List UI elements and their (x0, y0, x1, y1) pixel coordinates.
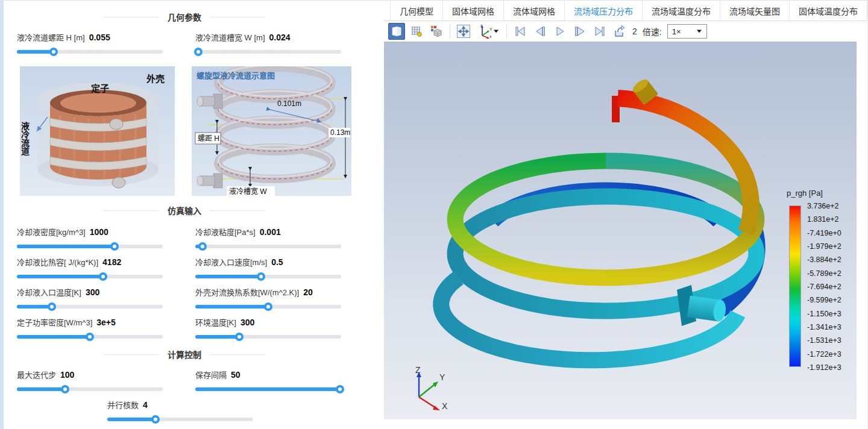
play-button[interactable] (552, 23, 568, 40)
tab-3[interactable]: 流场域压力分布 (565, 1, 643, 20)
param-value: 300 (241, 318, 254, 327)
app-root: { "left_panel": { "sections": { "geometr… (0, 0, 868, 429)
section-title: 仿真输入 (168, 204, 201, 216)
tab-2[interactable]: 流体域网格 (504, 1, 565, 20)
slider-thumb[interactable] (99, 272, 107, 281)
legend-tick: -1.341e+3 (807, 323, 841, 331)
skip-start-button[interactable] (512, 23, 529, 40)
section-geometry: 几何参数 (4, 11, 365, 23)
param-slider[interactable] (195, 302, 341, 311)
param-slider[interactable] (195, 333, 341, 341)
param-row: 外壳对流换热系数[W/(m^2.K)]20 (195, 286, 341, 311)
param-label: 液冷流道槽宽 W [m]0.024 (195, 31, 341, 43)
slider-thumb[interactable] (198, 242, 207, 251)
slider-thumb[interactable] (194, 48, 203, 56)
param-row: 环境温度[K]300 (195, 316, 341, 341)
slider-thumb[interactable] (49, 48, 58, 56)
slider-thumb[interactable] (336, 385, 344, 393)
step-back-icon (533, 25, 547, 38)
replay-button[interactable] (611, 23, 628, 40)
param-label: 环境温度[K]300 (195, 316, 341, 328)
axes-orientation-button[interactable]: z Y x (475, 23, 502, 40)
param-slider[interactable] (195, 48, 341, 56)
param-value: 0.001 (260, 227, 281, 237)
param-slider[interactable] (195, 385, 341, 393)
param-value: 4 (143, 400, 148, 410)
param-slider[interactable] (17, 242, 163, 251)
slider-thumb[interactable] (86, 333, 94, 341)
param-slider[interactable] (17, 272, 163, 281)
param-slider[interactable] (107, 415, 253, 424)
slider-thumb[interactable] (48, 302, 56, 311)
calculation-sliders: 最大迭代步100保存间隔50 (4, 369, 384, 399)
param-row: 定子功率密度[W/m^3]3e+5 (17, 316, 163, 341)
param-label: 液冷流道螺距 H [m]0.055 (17, 31, 163, 43)
shell-label: 外壳 (146, 74, 165, 84)
schematic-title: 螺旋型液冷流道示意图 (197, 71, 275, 80)
play-icon (553, 25, 567, 38)
param-value: 4182 (102, 257, 121, 267)
param-value: 3e+5 (96, 318, 116, 327)
param-value: 0.5 (271, 257, 283, 267)
result-tabbar: 几何模型固体域网格流体域网格流场域压力分布流场域温度分布流场域矢量图固体域温度分… (384, 1, 867, 21)
colored-mesh-button[interactable] (428, 23, 445, 40)
param-row: 冷却液入口温度[K]300 (17, 286, 163, 311)
result-panel: 几何模型固体域网格流体域网格流场域压力分布流场域温度分布流场域矢量图固体域温度分… (384, 1, 868, 429)
slider-thumb[interactable] (235, 333, 244, 341)
speed-label: 倍速: (643, 25, 662, 37)
tab-0[interactable]: 几何模型 (390, 1, 443, 20)
section-title: 几何参数 (168, 11, 201, 23)
tab-5[interactable]: 流场域矢量图 (720, 1, 790, 20)
param-row: 液冷流道螺距 H [m]0.055 (17, 31, 163, 56)
slider-thumb[interactable] (110, 242, 119, 251)
slider-thumb[interactable] (61, 385, 69, 393)
step-back-button[interactable] (532, 23, 549, 40)
param-slider[interactable] (17, 333, 163, 341)
frame-number: 2 (632, 27, 637, 36)
helix-schematic-image: 0.101m 0.13m 螺距 H 液冷槽宽 W 螺旋型液冷流道示意图 (192, 66, 351, 196)
param-row: 冷却液粘度[Pa*s]0.001 (195, 226, 341, 251)
tab-1[interactable]: 固体域网格 (443, 1, 504, 20)
param-slider[interactable] (17, 385, 163, 393)
mesh-view-button[interactable] (408, 23, 425, 40)
dim-width-label: 液冷槽宽 W (229, 187, 267, 196)
replay-icon (613, 25, 626, 38)
legend-tick: -1.722e+3 (807, 350, 841, 359)
speed-dropdown[interactable]: 1× (667, 24, 707, 39)
viewport-3d[interactable]: p_rgh [Pa] 3.736e+21.831e+2-7.419e+0-1.9… (384, 42, 857, 419)
axes-icon: z Y x (477, 23, 493, 39)
tab-4[interactable]: 流场域温度分布 (643, 1, 720, 20)
param-row: 最大迭代步100 (17, 369, 163, 393)
skip-end-button[interactable] (591, 23, 608, 40)
speed-value: 1× (672, 27, 681, 36)
param-value: 20 (303, 287, 313, 297)
pressure-spiral-render (384, 42, 857, 419)
param-row: 并行核数4 (107, 399, 253, 424)
tab-6[interactable]: 固体域温度分布 (790, 1, 867, 20)
stator-label: 定子 (91, 83, 109, 93)
param-value: 1000 (90, 227, 108, 237)
skip-end-icon (593, 25, 606, 38)
slider-thumb[interactable] (257, 272, 265, 281)
param-slider[interactable] (195, 242, 341, 251)
param-row: 冷却液密度[kg/m^3]1000 (17, 226, 163, 251)
section-view-button[interactable] (388, 23, 405, 40)
param-value: 300 (86, 287, 99, 297)
viewer-toolbar: z Y x (384, 21, 867, 42)
step-forward-button[interactable] (571, 23, 588, 40)
slider-thumb[interactable] (151, 415, 160, 424)
legend-tick: -7.419e+0 (807, 229, 841, 237)
param-slider[interactable] (17, 48, 163, 56)
param-slider[interactable] (17, 302, 163, 311)
chevron-down-icon (696, 29, 702, 34)
svg-text:Y: Y (489, 27, 492, 31)
fit-view-button[interactable] (455, 23, 472, 40)
slider-thumb[interactable] (264, 302, 272, 311)
legend-tick: -1.912e+3 (807, 363, 841, 372)
axis-triad: Z Y X (402, 366, 450, 414)
param-value: 100 (60, 370, 74, 380)
section-calculation: 计算控制 (4, 348, 365, 360)
section-view-icon (391, 25, 403, 37)
param-slider[interactable] (195, 272, 341, 281)
chevron-down-icon (493, 29, 499, 34)
